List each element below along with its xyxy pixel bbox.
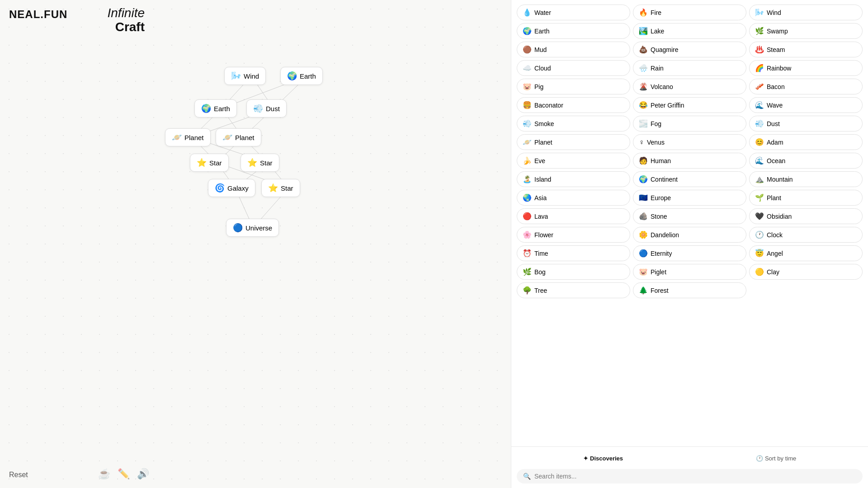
- item-chip[interactable]: 🌊Wave: [749, 97, 863, 113]
- craft-element[interactable]: 🔵Universe: [226, 219, 279, 237]
- item-label: Pig: [534, 83, 543, 90]
- item-chip[interactable]: 🌸Flower: [517, 227, 630, 243]
- item-label: Wind: [767, 9, 781, 16]
- item-chip[interactable]: 🌬️Wind: [749, 5, 863, 20]
- element-emoji: 🌍: [201, 103, 211, 113]
- canvas-area[interactable]: NEAL.FUN Infinite Craft Reset ☕ ✏️ 🔊 🌬️W…: [0, 0, 511, 488]
- item-chip[interactable]: 🌍Continent: [633, 171, 746, 187]
- item-chip[interactable]: 😇Angel: [749, 245, 863, 261]
- item-chip[interactable]: 🔴Lava: [517, 208, 630, 224]
- item-label: Mountain: [767, 176, 793, 183]
- coffee-icon[interactable]: ☕: [98, 468, 110, 480]
- craft-element[interactable]: 🪐Planet: [216, 128, 261, 146]
- item-chip[interactable]: 🪐Planet: [517, 134, 630, 150]
- craft-element[interactable]: 🪐Planet: [165, 128, 211, 146]
- element-emoji: ⭐: [247, 158, 257, 168]
- item-chip[interactable]: 🌫️Fog: [633, 116, 746, 131]
- element-label: Star: [260, 159, 273, 167]
- element-label: Planet: [184, 134, 204, 141]
- item-label: Smoke: [534, 120, 554, 127]
- item-chip[interactable]: 💧Water: [517, 5, 630, 20]
- item-label: Fire: [651, 9, 661, 16]
- craft-element[interactable]: ⭐Star: [241, 154, 279, 172]
- item-chip[interactable]: 🌊Ocean: [749, 153, 863, 169]
- item-label: Earth: [534, 28, 549, 35]
- item-emoji: ♀️: [639, 138, 644, 146]
- item-chip[interactable]: 🌏Asia: [517, 190, 630, 206]
- item-emoji: 💧: [523, 8, 532, 17]
- item-chip[interactable]: 🐷Pig: [517, 79, 630, 94]
- item-emoji: 😊: [755, 138, 764, 146]
- item-emoji: 🍔: [523, 101, 532, 109]
- item-chip[interactable]: 🌈Rainbow: [749, 60, 863, 76]
- craft-element[interactable]: ⭐Star: [190, 154, 229, 172]
- item-chip[interactable]: 🌼Dandelion: [633, 227, 746, 243]
- item-chip[interactable]: 😊Adam: [749, 134, 863, 150]
- craft-element[interactable]: ⭐Star: [261, 179, 300, 197]
- item-emoji: 🪨: [639, 212, 648, 221]
- item-chip[interactable]: 🪨Stone: [633, 208, 746, 224]
- item-chip[interactable]: 🌋Volcano: [633, 79, 746, 94]
- item-chip[interactable]: 💨Dust: [749, 116, 863, 131]
- item-chip[interactable]: ⛰️Mountain: [749, 171, 863, 187]
- item-chip[interactable]: 🍌Eve: [517, 153, 630, 169]
- item-chip[interactable]: 🍔Baconator: [517, 97, 630, 113]
- item-chip[interactable]: 🥓Bacon: [749, 79, 863, 94]
- craft-element[interactable]: 🌍Earth: [194, 99, 237, 117]
- element-emoji: 🌬️: [231, 71, 241, 81]
- tab-discoveries[interactable]: ✦ Discoveries: [517, 451, 690, 465]
- item-chip[interactable]: 🌲Forest: [633, 282, 746, 298]
- item-chip[interactable]: 🌳Tree: [517, 282, 630, 298]
- item-chip[interactable]: 🟡Clay: [749, 264, 863, 280]
- item-emoji: ⛰️: [755, 175, 764, 183]
- reset-button[interactable]: Reset: [9, 471, 28, 479]
- item-chip[interactable]: 🌍Earth: [517, 23, 630, 39]
- item-chip[interactable]: 🟤Mud: [517, 42, 630, 57]
- element-label: Earth: [214, 105, 230, 113]
- brand-logo: NEAL.FUN: [9, 8, 67, 21]
- item-chip[interactable]: 🕐Clock: [749, 227, 863, 243]
- item-label: Rainbow: [767, 65, 791, 72]
- item-label: Peter Griffin: [651, 102, 684, 109]
- item-emoji: 💩: [639, 45, 648, 54]
- brush-icon[interactable]: ✏️: [118, 468, 130, 480]
- craft-element[interactable]: 🌀Galaxy: [208, 179, 255, 197]
- craft-element[interactable]: 💨Dust: [246, 99, 287, 117]
- sound-icon[interactable]: 🔊: [137, 468, 149, 480]
- item-chip[interactable]: 🌱Plant: [749, 190, 863, 206]
- item-emoji: 🟡: [755, 267, 764, 276]
- item-chip[interactable]: 🏝️Island: [517, 171, 630, 187]
- search-input[interactable]: [534, 473, 856, 480]
- item-chip[interactable]: 🇪🇺Europe: [633, 190, 746, 206]
- item-chip[interactable]: ⏰Time: [517, 245, 630, 261]
- item-chip[interactable]: 🏞️Lake: [633, 23, 746, 39]
- item-chip[interactable]: 🌿Bog: [517, 264, 630, 280]
- item-chip[interactable]: 😂Peter Griffin: [633, 97, 746, 113]
- item-chip[interactable]: 🔵Eternity: [633, 245, 746, 261]
- item-chip[interactable]: ♨️Steam: [749, 42, 863, 57]
- item-chip[interactable]: ☁️Cloud: [517, 60, 630, 76]
- item-emoji: 😇: [755, 249, 764, 258]
- item-label: Adam: [767, 139, 783, 146]
- logo-line2: Craft: [115, 20, 145, 34]
- element-emoji: 🪐: [172, 132, 182, 142]
- item-chip[interactable]: 🖤Obsidian: [749, 208, 863, 224]
- tab-sort[interactable]: 🕐 Sort by time: [690, 451, 863, 465]
- item-label: Lake: [651, 28, 664, 35]
- item-label: Asia: [534, 194, 547, 202]
- item-emoji: ☁️: [523, 64, 532, 72]
- item-chip[interactable]: ♀️Venus: [633, 134, 746, 150]
- item-chip[interactable]: 🔥Fire: [633, 5, 746, 20]
- item-emoji: 🌊: [755, 156, 764, 165]
- craft-element[interactable]: 🌬️Wind: [224, 67, 266, 85]
- item-chip[interactable]: 🌿Swamp: [749, 23, 863, 39]
- sidebar: 💧Water🔥Fire🌬️Wind🌍Earth🏞️Lake🌿Swamp🟤Mud💩…: [511, 0, 868, 488]
- item-emoji: 🌫️: [639, 119, 648, 128]
- item-label: Quagmire: [651, 46, 678, 53]
- item-chip[interactable]: 🐷Piglet: [633, 264, 746, 280]
- item-chip[interactable]: 💩Quagmire: [633, 42, 746, 57]
- item-chip[interactable]: 💨Smoke: [517, 116, 630, 131]
- item-chip[interactable]: 🧑Human: [633, 153, 746, 169]
- item-chip[interactable]: 🌧️Rain: [633, 60, 746, 76]
- craft-element[interactable]: 🌍Earth: [280, 67, 323, 85]
